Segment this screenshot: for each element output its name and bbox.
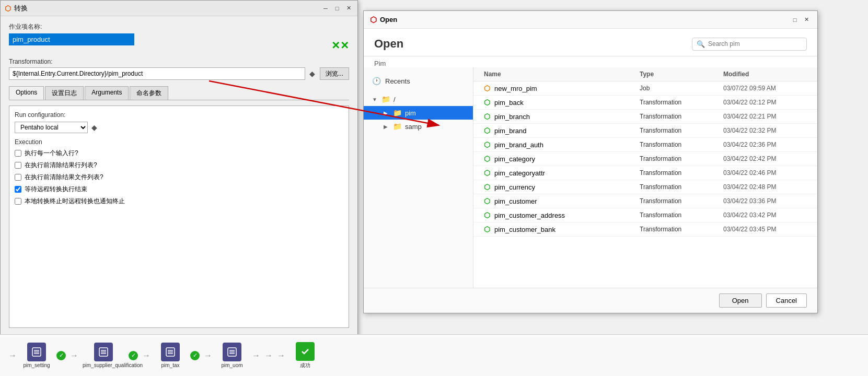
diamond-button[interactable]: ◆ (308, 69, 317, 78)
minimize-button[interactable]: ─ (321, 4, 330, 13)
open-footer: Open Cancel (364, 288, 817, 313)
file-type-2: Transformation (640, 112, 723, 121)
file-type-10: Transformation (640, 225, 723, 233)
execution-label: Execution (15, 138, 343, 146)
maximize-button[interactable]: □ (332, 4, 342, 13)
collapse-icon[interactable]: ✕✕ (331, 39, 349, 52)
transform-icon-1: ⬡ (484, 98, 490, 107)
checkbox-label-4: 等待远程转换执行结束 (25, 185, 87, 194)
search-icon: 🔍 (697, 40, 705, 48)
file-name-1: pim_back (494, 99, 524, 107)
file-modified-3: 03/04/22 02:32 PM (723, 126, 807, 135)
file-row-4[interactable]: ⬡ pim_brand_auth Transformation 03/04/22… (473, 138, 817, 152)
chevron-down-icon: ▼ (372, 97, 378, 102)
file-name-3: pim_brand (494, 127, 526, 135)
file-row-3[interactable]: ⬡ pim_brand Transformation 03/04/22 02:3… (473, 124, 817, 138)
transform-dialog: ⬡ 转换 ─ □ ✕ 作业项名称: pim_product ✕✕ Transfo… (0, 0, 358, 358)
file-name-7: pim_currency (494, 183, 535, 191)
file-row-1[interactable]: ⬡ pim_back Transformation 03/04/22 02:12… (473, 96, 817, 110)
tabs-bar: Options 设置日志 Arguments 命名参数 (9, 86, 349, 100)
transform-titlebar: ⬡ 转换 ─ □ ✕ (1, 1, 357, 16)
transformation-label: Transformation: (9, 58, 349, 65)
file-list: ⬡ new_mro_pim Job 03/07/22 09:59 AM ⬡ pi… (473, 81, 817, 288)
open-button[interactable]: Open (719, 293, 762, 308)
file-name-cell-2: ⬡ pim_branch (484, 112, 640, 121)
open-left-panel: 🕐 Recents ▼ 📁 / ▶ 📁 pim (364, 67, 473, 288)
tab-named-params[interactable]: 命名参数 (130, 86, 168, 100)
search-box[interactable]: 🔍 (692, 38, 807, 51)
file-name-5: pim_category (494, 155, 535, 163)
sidebar-item-recents[interactable]: 🕐 Recents (364, 74, 473, 88)
pim-supplier-icon (94, 343, 113, 361)
tree-item-pim[interactable]: ▶ 📁 pim (364, 106, 473, 120)
tree-root[interactable]: ▼ 📁 / (364, 92, 473, 106)
job-name-input[interactable]: pim_product (9, 33, 134, 45)
open-close-button[interactable]: ✕ (802, 15, 811, 25)
pim-uom-icon (223, 343, 241, 361)
checkbox-3[interactable] (15, 174, 21, 181)
file-type-5: Transformation (640, 155, 723, 163)
file-list-header: Name Type Modified (473, 67, 817, 81)
run-config-diamond[interactable]: ◆ (90, 123, 98, 132)
file-modified-5: 03/04/22 02:42 PM (723, 155, 807, 163)
tab-options[interactable]: Options (9, 86, 44, 100)
wf-arrow-3: → (204, 351, 212, 360)
options-panel: Run configuration: Pentaho local ◆ Execu… (9, 105, 349, 328)
wf-node-success[interactable]: 成功 (290, 342, 321, 369)
file-type-7: Transformation (640, 183, 723, 191)
chevron-right-icon-pim: ▶ (384, 110, 390, 116)
wf-node-pim-supplier[interactable]: pim_supplier_qualification (83, 343, 124, 368)
transform-icon-4: ⬡ (484, 140, 490, 149)
close-button[interactable]: ✕ (344, 4, 353, 13)
titlebar-controls: ─ □ ✕ (321, 4, 353, 13)
wf-check-2: ✓ (129, 351, 138, 360)
transform-icon-5: ⬡ (484, 155, 490, 163)
transform-icon-2: ⬡ (484, 112, 490, 121)
file-name-cell-4: ⬡ pim_brand_auth (484, 140, 640, 149)
file-type-9: Transformation (640, 211, 723, 219)
open-maximize-button[interactable]: □ (790, 15, 800, 25)
col-type: Type (640, 70, 723, 78)
browse-button[interactable]: 浏览... (320, 67, 349, 80)
file-row-0[interactable]: ⬡ new_mro_pim Job 03/07/22 09:59 AM (473, 81, 817, 96)
cancel-open-button[interactable]: Cancel (766, 293, 807, 308)
checkbox-label-1: 执行每一个输入行? (25, 149, 78, 158)
checkbox-2[interactable] (15, 162, 21, 169)
file-row-2[interactable]: ⬡ pim_branch Transformation 03/04/22 02:… (473, 110, 817, 124)
job-name-label: 作业项名称: (9, 22, 349, 31)
file-row-5[interactable]: ⬡ pim_category Transformation 03/04/22 0… (473, 152, 817, 166)
file-tree: ▼ 📁 / ▶ 📁 pim ▶ 📁 (364, 88, 473, 137)
pim-uom-label: pim_uom (221, 362, 242, 368)
tab-arguments[interactable]: Arguments (85, 86, 129, 100)
run-config-select[interactable]: Pentaho local (15, 122, 88, 133)
checkbox-5[interactable] (15, 198, 21, 205)
file-row-10[interactable]: ⬡ pim_customer_bank Transformation 03/04… (473, 222, 817, 237)
file-row-6[interactable]: ⬡ pim_categoryattr Transformation 03/04/… (473, 166, 817, 180)
transform-icon-7: ⬡ (484, 183, 490, 191)
checkbox-4[interactable] (15, 186, 21, 193)
wf-node-pim-uom[interactable]: pim_uom (216, 343, 248, 368)
open-titlebar: ⬡ Open □ ✕ (364, 11, 817, 29)
file-name-cell-0: ⬡ new_mro_pim (484, 84, 640, 92)
checkbox-1[interactable] (15, 150, 21, 157)
pim-tax-label: pim_tax (161, 362, 179, 368)
tree-root-label: / (394, 96, 396, 103)
file-name-cell-8: ⬡ pim_customer (484, 197, 640, 205)
search-input[interactable] (708, 40, 802, 48)
open-titlebar-controls: □ ✕ (790, 15, 811, 25)
file-modified-10: 03/04/22 03:45 PM (723, 225, 807, 233)
file-row-7[interactable]: ⬡ pim_currency Transformation 03/04/22 0… (473, 180, 817, 194)
transformation-path-input[interactable]: ${Internal.Entry.Current.Directory}/pim_… (9, 67, 305, 80)
wf-node-pim-setting[interactable]: pim_setting (21, 343, 52, 368)
file-modified-1: 03/04/22 02:12 PM (723, 98, 807, 107)
checkbox-row-2: 在执行前清除结果行列表? (15, 161, 343, 170)
file-name-9: pim_customer_address (494, 212, 565, 219)
workflow-bar: → pim_setting ✓ → pim_supplier_qualifica… (0, 334, 868, 376)
wf-node-pim-tax[interactable]: pim_tax (155, 343, 186, 368)
file-modified-9: 03/04/22 03:42 PM (723, 211, 807, 219)
tree-item-samp[interactable]: ▶ 📁 samp (364, 120, 473, 133)
tab-log[interactable]: 设置日志 (45, 86, 84, 100)
file-row-8[interactable]: ⬡ pim_customer Transformation 03/04/22 0… (473, 194, 817, 208)
file-row-9[interactable]: ⬡ pim_customer_address Transformation 03… (473, 208, 817, 222)
run-config-label: Run configuration: (15, 111, 343, 119)
